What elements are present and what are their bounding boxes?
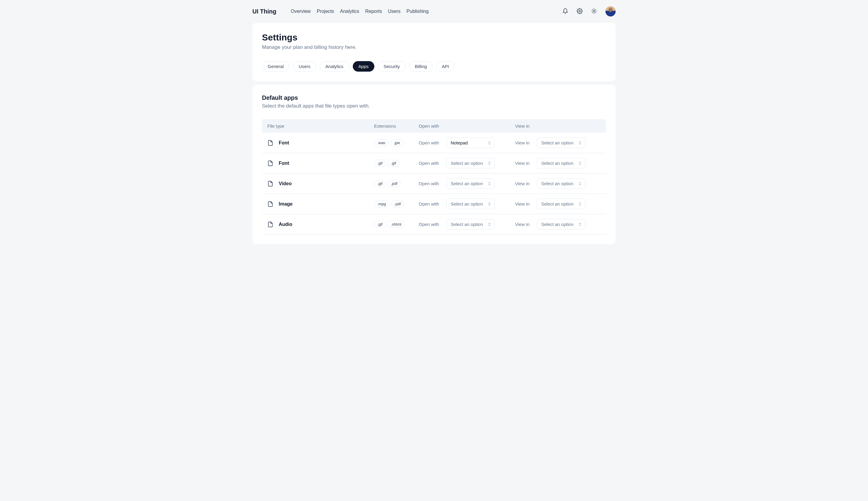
open-with-select-value: Notepad bbox=[451, 140, 468, 145]
chevron-up-down-icon bbox=[578, 141, 582, 145]
view-in-select-label: View in bbox=[515, 161, 530, 166]
view-in-select[interactable]: Select an option bbox=[537, 158, 585, 168]
open-with-select-label: Open with bbox=[419, 181, 439, 186]
chevron-up-down-icon bbox=[487, 202, 491, 206]
table-row: Font.gif.gifOpen withSelect an optionVie… bbox=[262, 153, 606, 173]
tab-apps[interactable]: Apps bbox=[353, 61, 374, 72]
col-header-view-in: View in bbox=[510, 119, 606, 133]
table-row: Font.wav.jpeOpen withNotepadView inSelec… bbox=[262, 133, 606, 153]
file-icon bbox=[267, 160, 273, 166]
nav-link-reports[interactable]: Reports bbox=[366, 6, 382, 17]
svg-line-9 bbox=[595, 9, 596, 10]
avatar[interactable] bbox=[605, 6, 616, 17]
notifications-button[interactable] bbox=[562, 8, 568, 15]
default-apps-table: File type Extensions Open with View in F… bbox=[262, 119, 606, 235]
file-icon bbox=[267, 201, 273, 207]
tab-users[interactable]: Users bbox=[293, 61, 316, 72]
view-in-select-label: View in bbox=[515, 181, 530, 186]
view-in-select-value: Select an option bbox=[541, 161, 574, 166]
open-with-select[interactable]: Select an option bbox=[446, 158, 495, 168]
open-with-select-label: Open with bbox=[419, 161, 439, 166]
extension-badge: .gif bbox=[374, 180, 386, 187]
extension-badge: .mpg bbox=[374, 201, 389, 207]
topnav-actions bbox=[562, 6, 616, 17]
extension-badge: .shtml bbox=[388, 221, 405, 228]
extension-badge: .gif bbox=[388, 160, 399, 167]
nav-link-analytics[interactable]: Analytics bbox=[340, 6, 359, 17]
svg-point-1 bbox=[593, 10, 595, 12]
page-subtitle: Manage your plan and billing history her… bbox=[262, 44, 606, 50]
extension-badge: .gif bbox=[374, 221, 386, 228]
gear-icon bbox=[577, 8, 583, 15]
open-with-select-value: Select an option bbox=[451, 161, 483, 166]
section-title: Default apps bbox=[262, 94, 606, 101]
open-with-select[interactable]: Select an option bbox=[446, 178, 495, 189]
chevron-up-down-icon bbox=[578, 222, 582, 226]
extension-badge: .pdf bbox=[391, 201, 404, 207]
open-with-select-value: Select an option bbox=[451, 201, 483, 206]
table-body: Font.wav.jpeOpen withNotepadView inSelec… bbox=[262, 133, 606, 235]
tab-billing[interactable]: Billing bbox=[409, 61, 433, 72]
extension-badge: .wav bbox=[374, 139, 389, 146]
tab-general[interactable]: General bbox=[262, 61, 289, 72]
file-type-name: Image bbox=[279, 201, 293, 207]
view-in-select-label: View in bbox=[515, 140, 530, 145]
open-with-select-value: Select an option bbox=[451, 181, 483, 186]
open-with-select[interactable]: Notepad bbox=[446, 138, 495, 148]
extension-badge: .jpe bbox=[391, 139, 403, 146]
view-in-select[interactable]: Select an option bbox=[537, 138, 585, 148]
file-type-name: Font bbox=[279, 161, 289, 166]
nav-link-publishing[interactable]: Publishing bbox=[406, 6, 428, 17]
theme-toggle-button[interactable] bbox=[591, 8, 597, 15]
nav-link-projects[interactable]: Projects bbox=[317, 6, 334, 17]
nav-links: OverviewProjectsAnalyticsReportsUsersPub… bbox=[291, 6, 562, 17]
col-header-extensions: Extensions bbox=[369, 119, 413, 133]
nav-link-users[interactable]: Users bbox=[388, 6, 401, 17]
tab-analytics[interactable]: Analytics bbox=[320, 61, 349, 72]
col-header-file-type: File type bbox=[262, 119, 369, 133]
bell-icon bbox=[562, 8, 568, 15]
svg-line-8 bbox=[592, 12, 593, 13]
top-nav: UI Thing OverviewProjectsAnalyticsReport… bbox=[252, 0, 616, 23]
chevron-up-down-icon bbox=[578, 202, 582, 206]
sun-icon bbox=[591, 8, 597, 15]
chevron-up-down-icon bbox=[487, 182, 491, 186]
view-in-select[interactable]: Select an option bbox=[537, 199, 585, 209]
tab-security[interactable]: Security bbox=[378, 61, 405, 72]
chevron-up-down-icon bbox=[487, 141, 491, 145]
svg-line-4 bbox=[592, 9, 593, 10]
open-with-select-label: Open with bbox=[419, 222, 439, 227]
file-type-name: Video bbox=[279, 181, 292, 186]
view-in-select-value: Select an option bbox=[541, 140, 574, 145]
view-in-select-label: View in bbox=[515, 222, 530, 227]
view-in-select[interactable]: Select an option bbox=[537, 219, 585, 230]
table-row: Image.mpg.pdfOpen withSelect an optionVi… bbox=[262, 194, 606, 214]
file-type-name: Font bbox=[279, 140, 289, 146]
open-with-select[interactable]: Select an option bbox=[446, 219, 495, 230]
chevron-up-down-icon bbox=[578, 182, 582, 186]
open-with-select-value: Select an option bbox=[451, 222, 483, 227]
view-in-select[interactable]: Select an option bbox=[537, 178, 585, 189]
brand-logo[interactable]: UI Thing bbox=[252, 8, 276, 15]
col-header-open-with: Open with bbox=[413, 119, 509, 133]
view-in-select-value: Select an option bbox=[541, 181, 574, 186]
file-icon bbox=[267, 140, 273, 146]
open-with-select-label: Open with bbox=[419, 201, 439, 206]
table-row: Audio.gif.shtmlOpen withSelect an option… bbox=[262, 214, 606, 235]
chevron-up-down-icon bbox=[487, 222, 491, 226]
chevron-up-down-icon bbox=[487, 161, 491, 166]
nav-link-overview[interactable]: Overview bbox=[291, 6, 311, 17]
open-with-select-label: Open with bbox=[419, 140, 439, 145]
extension-badge: .gif bbox=[374, 160, 386, 167]
chevron-up-down-icon bbox=[578, 161, 582, 166]
view-in-select-value: Select an option bbox=[541, 201, 574, 206]
svg-point-0 bbox=[579, 10, 581, 12]
tab-api[interactable]: API bbox=[436, 61, 455, 72]
file-type-name: Audio bbox=[279, 222, 292, 227]
page-title: Settings bbox=[262, 32, 606, 43]
table-row: Video.gif.pdfOpen withSelect an optionVi… bbox=[262, 173, 606, 194]
settings-button[interactable] bbox=[577, 8, 583, 15]
view-in-select-label: View in bbox=[515, 201, 530, 206]
settings-tabs: GeneralUsersAnalyticsAppsSecurityBilling… bbox=[262, 61, 606, 72]
open-with-select[interactable]: Select an option bbox=[446, 199, 495, 209]
